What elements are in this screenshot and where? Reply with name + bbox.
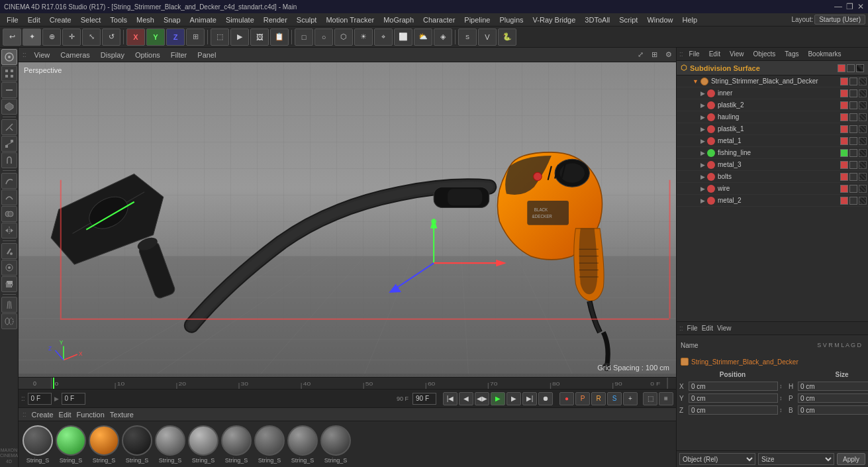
mat-1[interactable]: String_S	[56, 425, 86, 464]
tool-spline[interactable]	[1, 173, 17, 189]
prim-cylinder[interactable]: ⬡	[334, 28, 353, 46]
viewport-3d[interactable]: Perspective	[19, 62, 676, 377]
window-controls[interactable]: — ❐ ✕	[834, 2, 864, 11]
menu-vray-bridge[interactable]: V-Ray Bridge	[529, 15, 580, 25]
right-tab-bookmarks[interactable]: Bookmarks	[804, 50, 844, 58]
tool-select[interactable]: ✦	[23, 28, 41, 46]
btn-play-back[interactable]: ◀▶	[475, 392, 489, 405]
pos-x-input[interactable]	[689, 382, 778, 391]
viewport-tab-options[interactable]: Options	[132, 50, 163, 60]
prim-sky[interactable]: ⛅	[414, 28, 432, 46]
tool-boole[interactable]	[1, 206, 17, 222]
mat-ball-7[interactable]	[254, 425, 285, 456]
viewport-settings-icon[interactable]: ⚙	[665, 50, 672, 59]
menu-edit[interactable]: Edit	[24, 15, 44, 25]
mat-3[interactable]: String_S	[122, 425, 152, 464]
right-tab-objects[interactable]: Objects	[749, 50, 779, 58]
menu-snap[interactable]: Snap	[160, 15, 185, 25]
tool-x[interactable]: X	[126, 28, 145, 46]
props-tab-file[interactable]: File	[687, 325, 698, 332]
menu-select[interactable]: Select	[77, 15, 105, 25]
size-b-input[interactable]	[798, 405, 868, 415]
tool-hair[interactable]	[1, 297, 17, 313]
mat-menu-function[interactable]: Function	[77, 411, 105, 419]
tool-bend[interactable]	[1, 189, 17, 205]
tool-knife[interactable]	[1, 119, 17, 135]
pos-z-drag[interactable]: ↕	[779, 407, 786, 413]
viewport-expand-icon[interactable]: ⊞	[651, 50, 657, 59]
props-tab-edit[interactable]: Edit	[702, 325, 713, 332]
menu-help[interactable]: Help	[679, 15, 702, 25]
tree-item-plastik2[interactable]: ▶ plastik_2	[677, 99, 868, 111]
prim-cube[interactable]: □	[295, 28, 313, 46]
mat-8[interactable]: String_S	[287, 425, 318, 464]
tree-item-metal1[interactable]: ▶ metal_1	[677, 135, 868, 147]
minimize-btn[interactable]: —	[834, 2, 842, 11]
mat-menu-edit[interactable]: Edit	[59, 411, 72, 419]
apply-button[interactable]: Apply	[837, 453, 865, 465]
btn-motion-clip[interactable]: ⬚	[643, 392, 657, 405]
btn-pos-key[interactable]: P	[575, 392, 590, 405]
btn-rot-key[interactable]: R	[591, 392, 606, 405]
menu-3dtoall[interactable]: 3DToAll	[581, 15, 614, 25]
tool-rotate[interactable]: ↺	[102, 28, 121, 46]
mat-ball-8[interactable]	[287, 425, 318, 456]
tool-world[interactable]: ⊞	[186, 28, 205, 46]
btn-params-key[interactable]: +	[623, 392, 638, 405]
tree-item-wire[interactable]: ▶ wire	[677, 183, 868, 195]
viewport-tab-panel[interactable]: Panel	[195, 50, 218, 60]
mat-6[interactable]: String_S	[221, 425, 252, 464]
btn-go-start[interactable]: |◀	[443, 392, 458, 405]
frame-current-input[interactable]	[28, 393, 52, 405]
tool-s[interactable]: S	[458, 28, 477, 46]
menu-tools[interactable]: Tools	[106, 15, 131, 25]
tree-item-inner[interactable]: ▶ inner	[677, 87, 868, 99]
mat-ball-5[interactable]	[188, 425, 218, 456]
menu-mograph[interactable]: MoGraph	[379, 15, 418, 25]
tree-item-main[interactable]: ▼ String_Strimmer_Black_and_Decker	[677, 76, 868, 87]
tree-item-metal2[interactable]: ▶ metal_2	[677, 195, 868, 207]
btn-go-end[interactable]: ▶|	[522, 392, 537, 405]
tree-item-bolts[interactable]: ▶ bolts	[677, 171, 868, 183]
viewport-tab-view[interactable]: View	[32, 50, 53, 60]
tool-select-model[interactable]	[1, 49, 17, 65]
coord-system-dropdown[interactable]: Object (Rel) World	[679, 453, 755, 465]
tool-paint[interactable]	[1, 243, 17, 259]
menu-mesh[interactable]: Mesh	[132, 15, 158, 25]
render-viewport[interactable]: ▶	[230, 28, 249, 46]
pos-y-drag[interactable]: ↕	[779, 395, 786, 401]
tool-y[interactable]: Y	[146, 28, 165, 46]
frame-end-input[interactable]	[412, 393, 436, 405]
tree-item-plastik1[interactable]: ▶ plastik_1	[677, 123, 868, 135]
tool-magnet[interactable]	[1, 152, 17, 168]
mat-7[interactable]: String_S	[254, 425, 285, 464]
mat-4[interactable]: String_S	[155, 425, 185, 464]
menu-pipeline[interactable]: Pipeline	[460, 15, 494, 25]
mat-ball-9[interactable]	[320, 425, 351, 456]
btn-next-frame[interactable]: ▶	[506, 392, 521, 405]
mat-ball-1[interactable]	[56, 425, 86, 456]
close-btn[interactable]: ✕	[857, 2, 864, 11]
mat-ball-2[interactable]	[89, 425, 119, 456]
prim-light[interactable]: ☀	[354, 28, 373, 46]
mat-ball-4[interactable]	[155, 425, 185, 456]
object-row[interactable]: String_Strimmer_Black_and_Decker	[677, 355, 868, 368]
btn-scale-key[interactable]: S	[607, 392, 622, 405]
tree-item-fishing[interactable]: ▶ fishing_line	[677, 147, 868, 159]
mat-2[interactable]: String_S	[89, 425, 119, 464]
mat-ball-6[interactable]	[221, 425, 252, 456]
menu-character[interactable]: Character	[419, 15, 459, 25]
tool-vray[interactable]: V	[478, 28, 497, 46]
size-mode-dropdown[interactable]: Size Scale	[758, 453, 834, 465]
menu-motion-tracker[interactable]: Motion Tracker	[322, 15, 378, 25]
menu-plugins[interactable]: Plugins	[495, 15, 527, 25]
mat-9[interactable]: String_S	[320, 425, 351, 464]
right-tab-view[interactable]: View	[726, 50, 747, 58]
menu-create[interactable]: Create	[46, 15, 75, 25]
tool-morph[interactable]	[1, 313, 17, 329]
tool-scale[interactable]: ⤡	[82, 28, 101, 46]
tool-z[interactable]: Z	[166, 28, 185, 46]
tool-symmetry[interactable]	[1, 223, 17, 238]
prim-material[interactable]: ◈	[434, 28, 452, 46]
mat-ball-3[interactable]	[122, 425, 152, 456]
